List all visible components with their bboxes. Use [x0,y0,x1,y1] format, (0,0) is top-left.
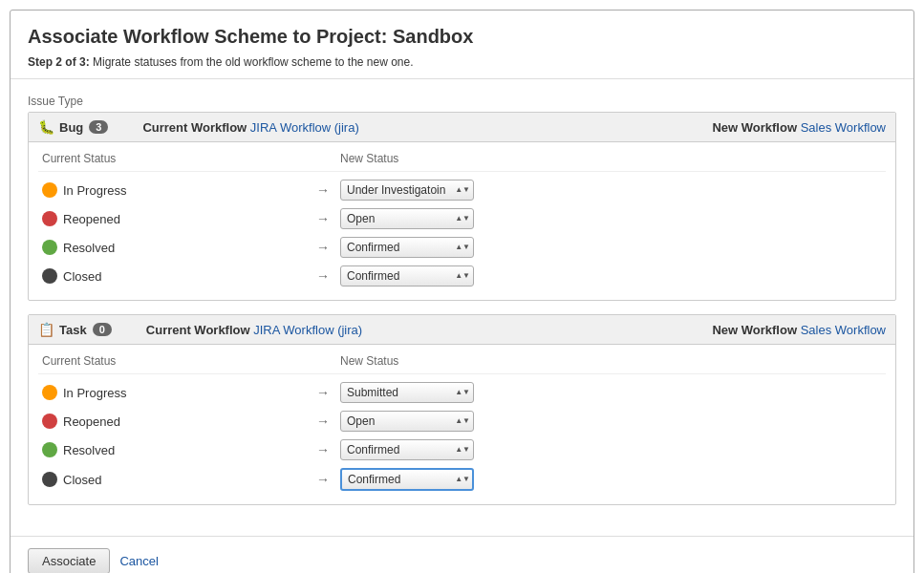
workflow-info-bug: Current Workflow JIRA Workflow (jira) [142,120,358,135]
new-workflow-label: New Workflow [712,323,797,337]
status-row-task-inprogress: In Progress→Under InvestigatoinOpenConfi… [38,378,886,407]
status-text-task-inprogress: In Progress [63,386,126,400]
issue-type-label-bug: Bug [59,120,83,135]
task-icon: 📋 [38,322,54,337]
statuses-table-bug: Current Status New Status In Progress→Un… [29,142,895,300]
section-header-bug: 🐛Bug3Current Workflow JIRA Workflow (jir… [29,113,895,142]
status-row-bug-resolved: Resolved→Under InvestigatoinOpenConfirme… [38,233,886,262]
reopened-icon [42,211,57,226]
current-workflow-name: JIRA Workflow (jira) [250,120,359,135]
status-name-bug-closed: Closed [38,268,306,284]
status-row-bug-reopened: Reopened→Under InvestigatoinOpenConfirme… [38,204,886,233]
status-select-task-resolved[interactable]: Under InvestigatoinOpenConfirmedSubmitte… [340,439,474,460]
section-task: 📋Task0Current Workflow JIRA Workflow (ji… [28,314,896,505]
section-bug: 🐛Bug3Current Workflow JIRA Workflow (jir… [28,112,896,301]
dialog-title: Associate Workflow Scheme to Project: Sa… [28,26,896,48]
status-select-bug-closed[interactable]: Under InvestigatoinOpenConfirmedSubmitte… [340,265,474,286]
status-select-bug-reopened[interactable]: Under InvestigatoinOpenConfirmedSubmitte… [340,208,474,229]
arrow-bug-reopened: → [306,211,340,226]
status-name-task-closed: Closed [38,472,306,487]
closed-icon [42,268,57,284]
sections-container: 🐛Bug3Current Workflow JIRA Workflow (jir… [28,112,896,505]
subtitle-desc: Migrate statuses from the old workflow s… [93,55,414,69]
status-text-task-closed: Closed [63,473,101,487]
status-text-bug-reopened: Reopened [63,212,120,226]
status-text-task-resolved: Resolved [63,443,115,457]
status-name-bug-reopened: Reopened [38,211,306,226]
issue-type-column-label: Issue Type [28,89,896,112]
current-workflow-name: JIRA Workflow (jira) [253,323,362,337]
status-select-bug-resolved[interactable]: Under InvestigatoinOpenConfirmedSubmitte… [340,237,474,258]
status-row-bug-inprogress: In Progress→Under InvestigatoinOpenConfi… [38,176,886,204]
dialog: Associate Workflow Scheme to Project: Sa… [10,10,914,573]
status-select-bug-inprogress[interactable]: Under InvestigatoinOpenConfirmedSubmitte… [340,180,474,201]
arrow-task-reopened: → [306,414,340,429]
status-name-task-inprogress: In Progress [38,385,306,400]
status-text-task-reopened: Reopened [63,414,120,429]
statuses-table-task: Current Status New Status In Progress→Un… [29,345,895,504]
status-select-task-reopened[interactable]: Under InvestigatoinOpenConfirmedSubmitte… [340,411,474,432]
arrow-bug-inprogress: → [306,182,340,198]
dialog-footer: Associate Cancel [11,536,913,573]
col-new-status-label: New Status [340,152,886,165]
status-row-bug-closed: Closed→Under InvestigatoinOpenConfirmedS… [38,262,886,290]
issue-count-badge-task: 0 [93,323,112,336]
col-header-bug: Current Status New Status [38,148,886,172]
status-name-task-resolved: Resolved [38,442,306,457]
status-row-task-closed: Closed→Under InvestigatoinOpenConfirmedS… [38,464,886,495]
status-text-bug-closed: Closed [63,269,101,284]
bug-icon: 🐛 [38,119,54,135]
issue-count-badge-bug: 3 [89,120,108,134]
resolved-icon [42,442,57,457]
dialog-body: Issue Type 🐛Bug3Current Workflow JIRA Wo… [11,79,913,536]
col-header-task: Current Status New Status [38,350,886,374]
issue-type-label-task: Task [59,323,87,337]
new-workflow-name: Sales Workflow [801,323,886,337]
new-workflow-name: Sales Workflow [801,120,886,135]
inprogress-icon [42,182,57,198]
status-name-bug-resolved: Resolved [38,240,306,255]
status-row-task-reopened: Reopened→Under InvestigatoinOpenConfirme… [38,407,886,435]
workflow-new-bug: New Workflow Sales Workflow [712,120,886,135]
status-name-task-reopened: Reopened [38,414,306,429]
col-current-status-label: Current Status [38,152,306,165]
status-select-task-closed[interactable]: Under InvestigatoinOpenConfirmedSubmitte… [340,468,474,491]
subtitle-step: Step 2 of 3: [28,55,90,69]
section-header-task: 📋Task0Current Workflow JIRA Workflow (ji… [29,315,895,345]
new-workflow-label: New Workflow [712,120,797,135]
dialog-subtitle: Step 2 of 3: Migrate statuses from the o… [28,55,896,69]
status-name-bug-inprogress: In Progress [38,182,306,198]
arrow-task-inprogress: → [306,385,340,400]
status-select-task-inprogress[interactable]: Under InvestigatoinOpenConfirmedSubmitte… [340,382,474,403]
arrow-bug-closed: → [306,268,340,284]
current-workflow-label: Current Workflow [142,120,247,135]
closed-icon [42,472,57,487]
col-new-status-label: New Status [340,354,886,368]
associate-button[interactable]: Associate [28,548,110,573]
cancel-button[interactable]: Cancel [119,554,158,568]
arrow-task-closed: → [306,472,340,487]
inprogress-icon [42,385,57,400]
arrow-task-resolved: → [306,442,340,457]
status-text-bug-inprogress: In Progress [63,183,126,198]
status-text-bug-resolved: Resolved [63,241,115,255]
current-workflow-label: Current Workflow [146,323,250,337]
reopened-icon [42,414,57,429]
arrow-bug-resolved: → [306,240,340,255]
status-row-task-resolved: Resolved→Under InvestigatoinOpenConfirme… [38,435,886,464]
col-current-status-label: Current Status [38,354,306,368]
workflow-info-task: Current Workflow JIRA Workflow (jira) [146,323,362,337]
resolved-icon [42,240,57,255]
dialog-header: Associate Workflow Scheme to Project: Sa… [11,11,913,79]
workflow-new-task: New Workflow Sales Workflow [712,323,886,337]
